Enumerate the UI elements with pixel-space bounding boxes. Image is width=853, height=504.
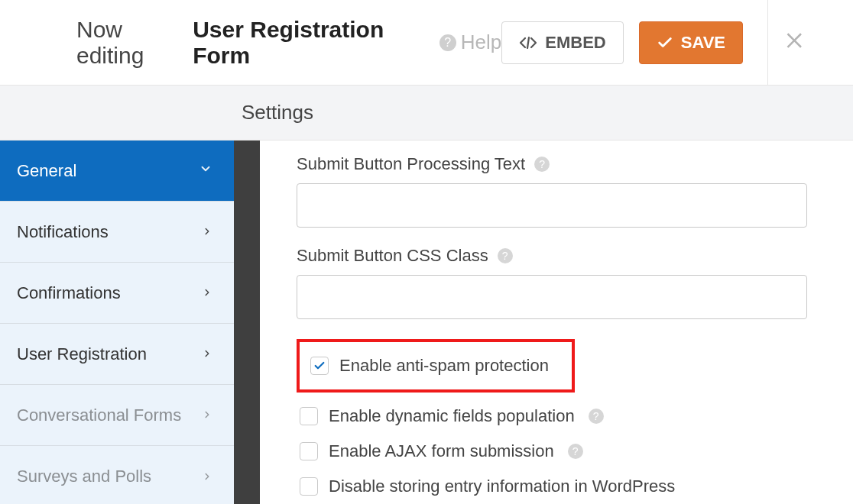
- embed-label: EMBED: [545, 33, 605, 53]
- settings-sidebar: General Notifications Confirmations User…: [0, 141, 234, 504]
- header-actions: EMBED SAVE: [501, 0, 822, 86]
- label-text: Submit Button Processing Text: [297, 154, 525, 174]
- sidebar-item-notifications[interactable]: Notifications: [0, 202, 234, 263]
- settings-panel: Submit Button Processing Text ? Submit B…: [260, 141, 853, 504]
- highlight-box: Enable anti-spam protection: [297, 339, 575, 393]
- field-label: Submit Button CSS Class ?: [297, 246, 807, 266]
- checkbox-icon: [300, 477, 318, 496]
- field-submit-css-class: Submit Button CSS Class ?: [297, 246, 807, 319]
- chevron-right-icon: [202, 406, 212, 424]
- checkbox-icon: [300, 442, 318, 460]
- help-icon[interactable]: ?: [534, 157, 550, 172]
- help-label: Help: [461, 31, 501, 54]
- editing-title: Now editing User Registration Form ? Hel…: [76, 17, 501, 69]
- help-icon: ?: [439, 34, 456, 51]
- chevron-right-icon: [202, 345, 212, 363]
- chevron-right-icon: [202, 284, 212, 302]
- close-icon: [784, 27, 807, 59]
- help-icon[interactable]: ?: [589, 409, 604, 424]
- checkbox-label: Disable storing entry information in Wor…: [329, 477, 675, 496]
- sidebar-item-label: Conversational Forms: [17, 405, 181, 425]
- checkbox-ajax-submission[interactable]: Enable AJAX form submission ?: [297, 434, 807, 469]
- sidebar-item-label: Notifications: [17, 222, 109, 242]
- page-title: Settings: [242, 101, 313, 124]
- label-text: Submit Button CSS Class: [297, 246, 488, 266]
- checkbox-anti-spam[interactable]: Enable anti-spam protection: [307, 348, 549, 383]
- sidebar-item-label: Confirmations: [17, 283, 121, 303]
- field-submit-processing-text: Submit Button Processing Text ?: [297, 154, 807, 228]
- chevron-down-icon: [199, 162, 212, 179]
- form-name: User Registration Form: [193, 17, 427, 69]
- close-button[interactable]: [767, 0, 822, 86]
- checkbox-label: Enable dynamic fields population: [329, 406, 575, 426]
- page-title-row: Settings: [0, 86, 853, 141]
- checkbox-disable-storing[interactable]: Disable storing entry information in Wor…: [297, 469, 807, 504]
- checkbox-icon: [310, 357, 329, 375]
- save-label: SAVE: [681, 33, 725, 53]
- sidebar-wrap: General Notifications Confirmations User…: [0, 141, 260, 504]
- sidebar-item-label: General: [17, 161, 76, 181]
- code-icon: [519, 34, 537, 52]
- editing-prefix: Now editing: [76, 17, 186, 69]
- builder-header: Now editing User Registration Form ? Hel…: [0, 0, 853, 86]
- checkbox-dynamic-fields[interactable]: Enable dynamic fields population ?: [297, 399, 807, 434]
- chevron-right-icon: [202, 223, 212, 241]
- help-icon[interactable]: ?: [568, 444, 583, 459]
- submit-css-class-input[interactable]: [297, 275, 807, 319]
- check-icon: [657, 34, 673, 51]
- svg-line-0: [527, 37, 529, 48]
- chevron-right-icon: [202, 468, 212, 486]
- help-link[interactable]: ? Help: [439, 31, 501, 54]
- sidebar-item-label: User Registration: [17, 344, 147, 364]
- checkbox-label: Enable anti-spam protection: [339, 356, 549, 376]
- embed-button[interactable]: EMBED: [501, 21, 623, 64]
- sidebar-item-confirmations[interactable]: Confirmations: [0, 263, 234, 324]
- save-button[interactable]: SAVE: [639, 21, 743, 64]
- sidebar-item-user-registration[interactable]: User Registration: [0, 324, 234, 385]
- checkbox-icon: [300, 407, 318, 425]
- field-label: Submit Button Processing Text ?: [297, 154, 807, 174]
- help-icon[interactable]: ?: [498, 248, 513, 263]
- sidebar-item-surveys-polls[interactable]: Surveys and Polls: [0, 446, 234, 504]
- sidebar-item-label: Surveys and Polls: [17, 467, 151, 486]
- submit-processing-text-input[interactable]: [297, 183, 807, 228]
- checkbox-label: Enable AJAX form submission: [329, 441, 554, 461]
- sidebar-item-conversational-forms[interactable]: Conversational Forms: [0, 385, 234, 446]
- main: General Notifications Confirmations User…: [0, 141, 853, 504]
- sidebar-item-general[interactable]: General: [0, 141, 234, 202]
